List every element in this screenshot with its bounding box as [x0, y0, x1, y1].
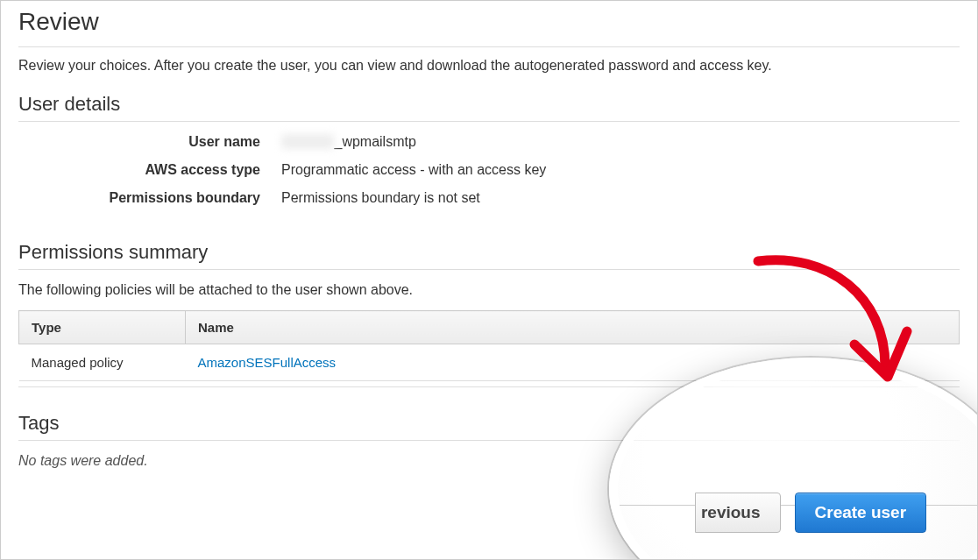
username-redacted: example: [281, 134, 334, 149]
previous-button[interactable]: revious: [695, 493, 781, 533]
create-user-button[interactable]: Create user: [795, 493, 927, 533]
detail-row-username: User name example_wpmailsmtp: [18, 134, 960, 150]
detail-value-username: example_wpmailsmtp: [281, 134, 416, 150]
username-suffix: _wpmailsmtp: [334, 134, 415, 149]
divider: [18, 386, 960, 387]
tags-empty-text: No tags were added.: [18, 453, 960, 469]
detail-value-perm-boundary: Permissions boundary is not set: [281, 190, 480, 206]
divider: [18, 121, 960, 122]
user-details-block: User name example_wpmailsmtp AWS access …: [18, 134, 960, 206]
page-title: Review: [18, 8, 960, 39]
section-user-details-title: User details: [18, 93, 960, 116]
divider: [18, 440, 960, 441]
section-tags-title: Tags: [18, 412, 960, 435]
divider: [18, 46, 960, 47]
section-permissions-title: Permissions summary: [18, 241, 960, 264]
policy-link[interactable]: AmazonSESFullAccess: [198, 355, 337, 370]
table-header-row: Type Name: [19, 311, 960, 344]
table-row: Managed policy AmazonSESFullAccess: [19, 344, 960, 381]
review-intro-text: Review your choices. After you create th…: [18, 58, 960, 74]
detail-row-perm-boundary: Permissions boundary Permissions boundar…: [18, 190, 960, 206]
detail-label-perm-boundary: Permissions boundary: [18, 190, 281, 206]
col-header-type[interactable]: Type: [19, 311, 186, 344]
cell-policy-type: Managed policy: [19, 344, 186, 381]
divider: [18, 269, 960, 270]
permissions-intro-text: The following policies will be attached …: [18, 282, 960, 298]
section-tags: Tags No tags were added.: [18, 412, 960, 469]
detail-label-username: User name: [18, 134, 281, 150]
detail-row-access-type: AWS access type Programmatic access - wi…: [18, 162, 960, 178]
col-header-name[interactable]: Name: [186, 311, 960, 344]
detail-value-access-type: Programmatic access - with an access key: [281, 162, 546, 178]
detail-label-access-type: AWS access type: [18, 162, 281, 178]
policies-table: Type Name Managed policy AmazonSESFullAc…: [18, 310, 960, 381]
